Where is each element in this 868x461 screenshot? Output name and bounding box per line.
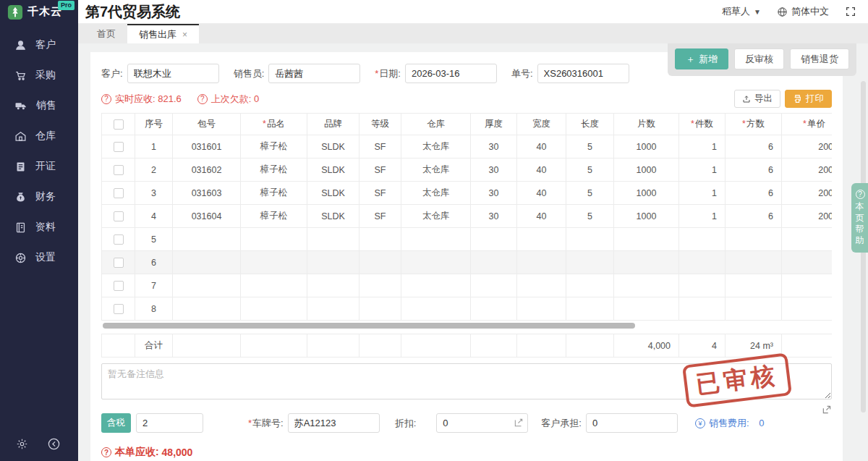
edit-icon[interactable]	[514, 418, 524, 428]
table-cell[interactable]: 40	[517, 135, 566, 158]
table-cell[interactable]	[614, 274, 679, 297]
table-cell[interactable]: 2000	[782, 135, 833, 158]
table-cell[interactable]	[241, 297, 307, 321]
table-cell[interactable]: 1	[679, 182, 726, 205]
tab-sales-outbound[interactable]: 销售出库 ×	[127, 24, 199, 43]
table-cell[interactable]: 1000	[614, 158, 679, 182]
table-cell[interactable]	[566, 274, 614, 297]
table-cell[interactable]: SLDK	[307, 205, 359, 228]
row-checkbox[interactable]	[114, 211, 124, 221]
print-button[interactable]: 打印	[785, 90, 832, 108]
table-cell[interactable]	[359, 228, 401, 251]
plate-input[interactable]	[288, 413, 380, 433]
row-checkbox[interactable]	[114, 281, 124, 291]
table-cell[interactable]: 樟子松	[241, 135, 307, 158]
table-cell[interactable]: 5	[566, 182, 614, 205]
table-cell[interactable]: 樟子松	[241, 158, 307, 182]
table-cell[interactable]	[614, 228, 679, 251]
question-circle-icon[interactable]: ?	[197, 94, 208, 104]
table-cell[interactable]	[726, 228, 782, 251]
question-circle-icon[interactable]: ?	[101, 94, 111, 104]
table-cell[interactable]	[517, 228, 566, 251]
table-cell[interactable]	[241, 251, 307, 274]
table-cell[interactable]: 太仓库	[401, 158, 471, 182]
expand-remark-icon[interactable]	[822, 405, 832, 415]
table-cell[interactable]: SF	[359, 182, 401, 205]
table-cell[interactable]	[307, 228, 359, 251]
table-cell[interactable]: 031601	[173, 135, 241, 158]
table-cell[interactable]: 031603	[173, 182, 241, 205]
table-cell[interactable]	[173, 228, 241, 251]
table-cell[interactable]	[679, 251, 726, 274]
table-cell[interactable]	[517, 274, 566, 297]
table-cell[interactable]: 2000	[782, 182, 833, 205]
tax-included-toggle[interactable]: 含税	[101, 413, 131, 433]
select-all-checkbox[interactable]	[114, 119, 124, 130]
table-cell[interactable]	[471, 228, 517, 251]
table-cell[interactable]	[566, 251, 614, 274]
order-no-input[interactable]	[537, 64, 629, 83]
table-cell[interactable]	[359, 274, 401, 297]
table-cell[interactable]: 30	[471, 182, 517, 205]
customer-bear-input[interactable]	[586, 413, 678, 433]
table-cell[interactable]: 30	[471, 135, 517, 158]
fullscreen-icon[interactable]	[845, 6, 856, 17]
table-cell[interactable]	[173, 251, 241, 274]
table-cell[interactable]: 1	[679, 158, 726, 182]
table-cell[interactable]: 5	[566, 158, 614, 182]
settings-gear-icon[interactable]	[16, 438, 28, 450]
table-cell[interactable]: 樟子松	[241, 205, 307, 228]
sidebar-item-finance[interactable]: 财务	[0, 182, 78, 212]
table-cell[interactable]: SLDK	[307, 158, 359, 182]
table-cell[interactable]	[614, 251, 679, 274]
table-cell[interactable]	[782, 228, 833, 251]
row-checkbox[interactable]	[114, 234, 124, 245]
table-cell[interactable]	[726, 297, 782, 321]
row-checkbox[interactable]	[114, 304, 124, 314]
table-cell[interactable]: 2000	[782, 158, 833, 182]
table-cell[interactable]	[566, 228, 614, 251]
table-cell[interactable]: SLDK	[307, 182, 359, 205]
table-cell[interactable]	[679, 297, 726, 321]
reverse-audit-button[interactable]: 反审核	[734, 48, 784, 69]
table-cell[interactable]	[782, 251, 833, 274]
sidebar-item-warehouse[interactable]: 仓库	[0, 121, 78, 151]
table-cell[interactable]: 30	[471, 205, 517, 228]
table-cell[interactable]: 太仓库	[401, 182, 471, 205]
table-cell[interactable]	[471, 274, 517, 297]
table-cell[interactable]	[782, 274, 833, 297]
sidebar-item-sales[interactable]: 销售	[0, 90, 78, 121]
customer-input[interactable]	[127, 64, 219, 83]
table-cell[interactable]	[241, 274, 307, 297]
sidebar-item-data[interactable]: 资料	[0, 212, 78, 242]
table-cell[interactable]	[471, 297, 517, 321]
table-cell[interactable]	[679, 228, 726, 251]
table-cell[interactable]: SF	[359, 205, 401, 228]
table-cell[interactable]: 5	[566, 205, 614, 228]
table-cell[interactable]: 40	[517, 205, 566, 228]
table-cell[interactable]	[173, 274, 241, 297]
table-cell[interactable]	[566, 297, 614, 321]
table-cell[interactable]: 031602	[173, 158, 241, 182]
table-cell[interactable]	[359, 297, 401, 321]
table-cell[interactable]: 太仓库	[401, 205, 471, 228]
table-cell[interactable]: 031604	[173, 205, 241, 228]
table-cell[interactable]	[401, 274, 471, 297]
table-cell[interactable]	[359, 251, 401, 274]
table-cell[interactable]: 40	[517, 182, 566, 205]
table-cell[interactable]	[517, 251, 566, 274]
table-cell[interactable]: 2000	[782, 205, 833, 228]
table-cell[interactable]	[401, 297, 471, 321]
table-cell[interactable]: 6	[726, 158, 782, 182]
add-button[interactable]: ＋ 新增	[675, 48, 728, 69]
row-checkbox[interactable]	[114, 258, 124, 268]
table-cell[interactable]	[307, 297, 359, 321]
sidebar-item-settings[interactable]: 设置	[0, 242, 78, 273]
table-cell[interactable]: 樟子松	[241, 182, 307, 205]
sales-fee[interactable]: ¥ 销售费用: 0	[695, 417, 764, 430]
table-cell[interactable]: SF	[359, 158, 401, 182]
table-cell[interactable]: 太仓库	[401, 135, 471, 158]
table-cell[interactable]	[679, 274, 726, 297]
date-input[interactable]	[405, 64, 497, 83]
user-menu[interactable]: 稻草人 ▼	[722, 5, 761, 18]
